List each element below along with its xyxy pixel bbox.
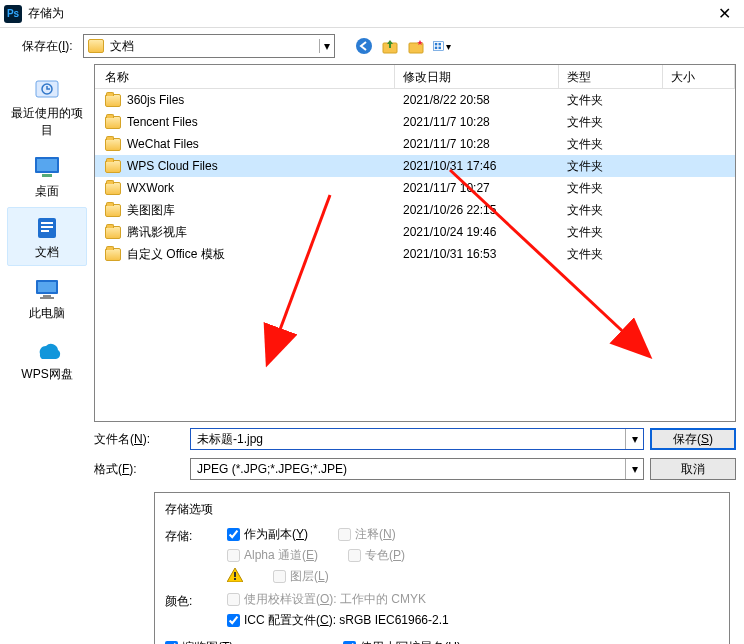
sidebar-item-thispc[interactable]: 此电脑 <box>7 268 87 327</box>
svg-rect-20 <box>40 297 54 299</box>
column-type[interactable]: 类型 <box>559 65 663 88</box>
location-combo[interactable]: 文档 ▾ <box>83 34 335 58</box>
folder-icon <box>105 138 121 151</box>
save-button[interactable]: 保存(S) <box>650 428 736 450</box>
checkbox-thumbnail[interactable]: 缩览图(T) <box>165 639 233 644</box>
svg-rect-21 <box>234 572 236 577</box>
up-one-level-icon[interactable] <box>381 37 399 55</box>
sidebar-label: WPS网盘 <box>21 366 72 383</box>
svg-point-0 <box>356 38 372 54</box>
places-sidebar: 最近使用的项目 桌面 文档 此电脑 WPS网盘 <box>0 64 94 422</box>
file-row[interactable]: WXWork2021/11/7 10:27文件夹 <box>95 177 735 199</box>
column-size[interactable]: 大小 <box>663 65 735 88</box>
toolbar: 保存在(I): 文档 ▾ ▾ <box>0 28 744 64</box>
svg-rect-11 <box>37 159 57 171</box>
titlebar: Ps 存储为 ✕ <box>0 0 744 28</box>
file-name: 360js Files <box>127 93 184 107</box>
svg-rect-22 <box>234 578 236 580</box>
file-date: 2021/10/26 22:15 <box>395 203 559 217</box>
file-name: WPS Cloud Files <box>127 159 218 173</box>
file-type: 文件夹 <box>559 246 663 263</box>
new-folder-icon[interactable] <box>407 37 425 55</box>
svg-rect-14 <box>41 222 53 224</box>
folder-icon <box>105 226 121 239</box>
checkbox-proof: 使用校样设置(O): 工作中的 CMYK <box>227 591 719 608</box>
checkbox-layers: 图层(L) <box>273 568 329 585</box>
file-type: 文件夹 <box>559 180 663 197</box>
thispc-icon <box>30 275 64 303</box>
filename-label: 文件名(N): <box>94 431 184 448</box>
color-label: 颜色: <box>165 591 219 629</box>
chevron-down-icon[interactable]: ▾ <box>625 459 643 479</box>
file-name: WeChat Files <box>127 137 199 151</box>
file-name: 美图图库 <box>127 202 175 219</box>
checkbox-lowercase[interactable]: 使用小写扩展名(U) <box>343 639 461 644</box>
file-row[interactable]: 自定义 Office 模板2021/10/31 16:53文件夹 <box>95 243 735 265</box>
file-name: 腾讯影视库 <box>127 224 187 241</box>
window-title: 存储为 <box>28 5 708 22</box>
svg-rect-5 <box>438 43 440 45</box>
close-button[interactable]: ✕ <box>708 0 740 28</box>
file-row[interactable]: WeChat Files2021/11/7 10:28文件夹 <box>95 133 735 155</box>
format-combo[interactable]: JPEG (*.JPG;*.JPEG;*.JPE) ▾ <box>190 458 644 480</box>
file-row[interactable]: WPS Cloud Files2021/10/31 17:46文件夹 <box>95 155 735 177</box>
back-icon[interactable] <box>355 37 373 55</box>
file-row[interactable]: 360js Files2021/8/22 20:58文件夹 <box>95 89 735 111</box>
file-type: 文件夹 <box>559 114 663 131</box>
svg-rect-12 <box>42 174 52 177</box>
sidebar-item-recent[interactable]: 最近使用的项目 <box>7 68 87 144</box>
file-date: 2021/10/31 16:53 <box>395 247 559 261</box>
file-row[interactable]: Tencent Files2021/11/7 10:28文件夹 <box>95 111 735 133</box>
file-name: Tencent Files <box>127 115 198 129</box>
options-header: 存储选项 <box>165 501 719 518</box>
view-menu-icon[interactable]: ▾ <box>433 37 451 55</box>
checkbox-ascopy[interactable]: 作为副本(Y) <box>227 526 308 543</box>
recent-icon <box>30 75 64 103</box>
file-date: 2021/8/22 20:58 <box>395 93 559 107</box>
chevron-down-icon[interactable]: ▾ <box>625 429 643 449</box>
folder-icon <box>88 39 104 53</box>
svg-rect-2 <box>409 43 423 53</box>
cancel-button[interactable]: 取消 <box>650 458 736 480</box>
file-type: 文件夹 <box>559 202 663 219</box>
file-type: 文件夹 <box>559 224 663 241</box>
sidebar-item-documents[interactable]: 文档 <box>7 207 87 266</box>
sidebar-item-desktop[interactable]: 桌面 <box>7 146 87 205</box>
file-row[interactable]: 腾讯影视库2021/10/24 19:46文件夹 <box>95 221 735 243</box>
checkbox-notes: 注释(N) <box>338 526 396 543</box>
svg-rect-6 <box>435 47 437 49</box>
file-date: 2021/10/31 17:46 <box>395 159 559 173</box>
checkbox-spot: 专色(P) <box>348 547 405 564</box>
photoshop-icon: Ps <box>4 5 22 23</box>
format-label: 格式(F): <box>94 461 184 478</box>
folder-icon <box>105 160 121 173</box>
save-in-label: 保存在(I): <box>22 38 73 55</box>
folder-icon <box>105 204 121 217</box>
file-list[interactable]: 名称 修改日期 类型 大小 360js Files2021/8/22 20:58… <box>94 64 736 422</box>
file-type: 文件夹 <box>559 136 663 153</box>
folder-icon <box>105 116 121 129</box>
filename-value: 未标题-1.jpg <box>197 431 263 448</box>
file-type: 文件夹 <box>559 158 663 175</box>
file-list-header: 名称 修改日期 类型 大小 <box>95 65 735 89</box>
sidebar-item-wps[interactable]: WPS网盘 <box>7 329 87 388</box>
file-name: WXWork <box>127 181 174 195</box>
file-date: 2021/11/7 10:28 <box>395 137 559 151</box>
column-date[interactable]: 修改日期 <box>395 65 559 88</box>
chevron-down-icon: ▾ <box>319 39 330 53</box>
file-row[interactable]: 美图图库2021/10/26 22:15文件夹 <box>95 199 735 221</box>
column-name[interactable]: 名称 <box>95 65 395 88</box>
sidebar-label: 此电脑 <box>29 305 65 322</box>
wps-cloud-icon <box>30 336 64 364</box>
checkbox-icc[interactable]: ICC 配置文件(C): sRGB IEC61966-2.1 <box>227 612 719 629</box>
documents-icon <box>30 214 64 242</box>
file-name: 自定义 Office 模板 <box>127 246 225 263</box>
file-type: 文件夹 <box>559 92 663 109</box>
store-label: 存储: <box>165 526 219 585</box>
svg-rect-16 <box>41 230 49 232</box>
filename-input[interactable]: 未标题-1.jpg ▾ <box>190 428 644 450</box>
desktop-icon <box>30 153 64 181</box>
file-date: 2021/11/7 10:28 <box>395 115 559 129</box>
svg-rect-15 <box>41 226 53 228</box>
checkbox-alpha: Alpha 通道(E) <box>227 547 318 564</box>
